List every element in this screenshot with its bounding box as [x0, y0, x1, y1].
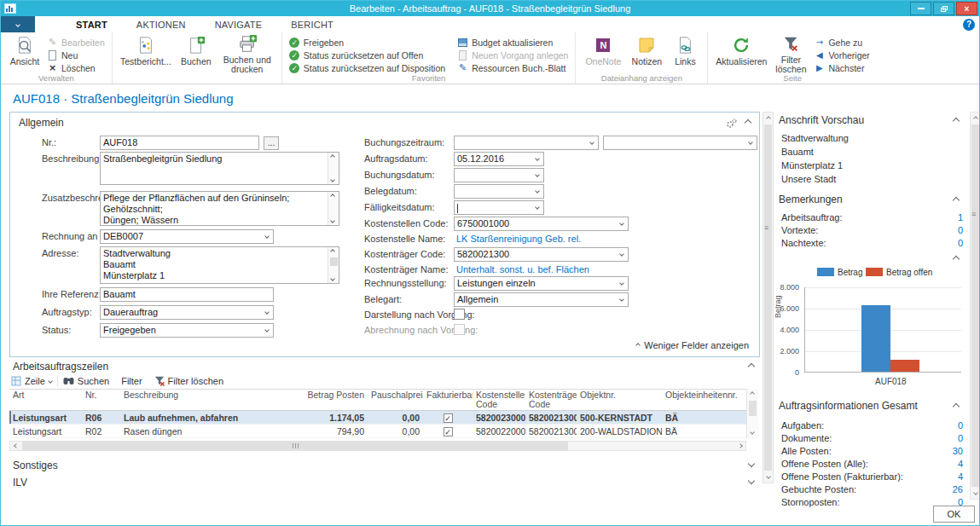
zusatzbeschreibung-textarea[interactable]: Pflege der Pflanzflächen auf den Grünins… [100, 191, 339, 226]
help-icon[interactable]: ? [963, 19, 975, 31]
scrollbar-thumb[interactable] [971, 124, 979, 487]
neu-button[interactable]: Neu [47, 49, 105, 61]
close-button[interactable]: × [956, 2, 977, 15]
status-disposition-button[interactable]: ✓Status zurücksetzen auf Disposition [289, 62, 445, 73]
scroll-down-button[interactable] [763, 471, 773, 482]
filter-button[interactable]: Filter [121, 376, 142, 386]
bemerkung-value[interactable]: 1 [929, 212, 963, 223]
fasttab-sonstiges-header[interactable]: Sonstiges [13, 460, 58, 471]
bearbeiten-button[interactable]: ✎Bearbeiten [47, 37, 105, 48]
loeschen-button[interactable]: ×Löschen [47, 62, 105, 73]
scrollbar-thumb[interactable] [764, 124, 772, 471]
factbox-auftragsinfo-header[interactable]: Auftragsinformationen Gesamt [779, 400, 918, 412]
scroll-up-button[interactable] [971, 113, 980, 124]
col-header-kostenstellen-code[interactable]: Kostenstellen Code [473, 390, 525, 410]
auftragsinfo-value[interactable]: 4 [929, 459, 963, 469]
scroll-down-button[interactable] [971, 488, 980, 498]
status-offen-button[interactable]: ✓Status zurücksetzen auf Offen [289, 49, 445, 61]
collapse-auftragsinfo-icon[interactable] [953, 403, 960, 410]
vorheriger-button[interactable]: ◀Vorheriger [814, 49, 869, 61]
kostentraeger-name-link[interactable]: Unterhalt. sonst. u. bef. Flächen [456, 264, 589, 275]
onenote-button[interactable]: N OneNote [583, 34, 623, 73]
auftragsinfo-value[interactable]: 30 [929, 446, 963, 456]
auftragsinfo-value[interactable]: 26 [929, 484, 963, 494]
nr-input[interactable]: AUF018 [100, 136, 259, 150]
ressourcen-buchblatt-button[interactable]: ✎Ressourcen Buch.-Blatt [457, 62, 568, 73]
notizen-button[interactable]: Notizen [629, 34, 664, 73]
aktualisieren-button[interactable]: Aktualisieren [715, 34, 768, 73]
freigeben-button[interactable]: ✓Freigeben [289, 37, 445, 48]
fasttab-ilv-header[interactable]: ILV [13, 477, 27, 488]
buchen-button[interactable]: Buchen [177, 34, 215, 73]
col-header-beschreibung[interactable]: Beschreibung [120, 390, 291, 410]
col-header-betrag-posten[interactable]: Betrag Posten [291, 390, 368, 410]
buchungszeitraum-select-2[interactable] [603, 136, 757, 150]
scrollbar-thumb[interactable] [22, 442, 568, 450]
tab-bericht[interactable]: BERICHT [291, 20, 333, 30]
bemerkung-value[interactable]: 0 [929, 225, 963, 235]
nr-assist-button[interactable]: ... [264, 136, 279, 150]
table-row[interactable]: Leistungsart R06 Laub aufnehmen, abfahre… [9, 411, 746, 425]
kostenstelle-name-link[interactable]: LK Starßenreinigung Geb. rel. [456, 234, 581, 244]
col-header-art[interactable]: Art [9, 390, 82, 410]
restore-button[interactable] [933, 2, 954, 15]
bemerkung-value[interactable]: 0 [929, 238, 963, 248]
referenz-input[interactable]: Bauamt [100, 287, 274, 302]
table-row[interactable]: Leistungsart R02 Rasen düngen 794,90 0,0… [9, 425, 746, 438]
darstellung-checkbox[interactable] [454, 309, 465, 320]
fakturierbar-checkbox[interactable]: ✓ [444, 413, 453, 423]
scroll-right-button[interactable] [734, 442, 745, 450]
col-header-fakturierbar[interactable]: Fakturierbar [423, 390, 473, 410]
beschreibung-scrollbar[interactable] [328, 153, 339, 184]
rechnung-an-select[interactable]: DEB0007 [100, 229, 274, 244]
buchen-und-drucken-button[interactable]: Buchen und drucken [220, 34, 275, 73]
budget-aktualisieren-button[interactable]: Budget aktualisieren [457, 37, 568, 48]
auftragsdatum-select[interactable]: 05.12.2016 [454, 152, 544, 166]
expand-sonstiges-icon[interactable] [748, 460, 755, 467]
auftragsinfo-value[interactable]: 0 [929, 433, 963, 443]
gehe-zu-button[interactable]: →Gehe zu [814, 37, 869, 48]
tab-start[interactable]: START [76, 20, 107, 30]
show-less-fields-link[interactable]: Weniger Felder anzeigen [636, 340, 749, 350]
buchungszeitraum-select-1[interactable] [454, 136, 599, 150]
col-header-pauschalpreis[interactable]: Pauschalpreis [368, 390, 423, 410]
col-header-objektnr[interactable]: Objektnr. [577, 390, 662, 410]
kostentraeger-code-select[interactable]: 5820021300 [454, 247, 629, 262]
kostenstellen-code-select[interactable]: 6750001000 [454, 217, 629, 231]
factbox-bemerkungen-header[interactable]: Bemerkungen [779, 194, 843, 205]
collapse-bemerkungen-icon[interactable] [953, 197, 960, 204]
scroll-up-button[interactable] [763, 113, 773, 124]
belegart-select[interactable]: Allgemein [454, 292, 629, 307]
auftragstyp-select[interactable]: Dauerauftrag [100, 305, 274, 320]
scroll-left-button[interactable] [10, 442, 21, 450]
auftragsinfo-value[interactable]: 0 [929, 420, 963, 431]
fasttab-arbeitsauftragszeilen-header[interactable]: Arbeitsauftragszeilen [13, 361, 108, 373]
sidebar-vertical-scrollbar[interactable]: ≡ [970, 112, 980, 500]
belegdatum-select[interactable] [454, 184, 544, 199]
fasttab-allgemein-header[interactable]: Allgemein [19, 117, 64, 129]
collapse-chart-icon[interactable] [953, 256, 960, 263]
rechnungsstellung-select[interactable]: Leistungen einzeln [454, 276, 629, 291]
col-header-nr[interactable]: Nr. [82, 390, 120, 410]
naechster-button[interactable]: ▶Nächster [814, 62, 869, 73]
tab-aktionen[interactable]: AKTIONEN [136, 20, 186, 30]
minimize-button[interactable] [910, 2, 931, 15]
grid-horizontal-scrollbar[interactable] [9, 441, 746, 451]
factbox-anschrift-header[interactable]: Anschrift Vorschau [779, 114, 864, 126]
collapse-allgemein-icon[interactable] [745, 119, 751, 126]
ok-button[interactable]: OK [933, 506, 975, 523]
col-header-kostentraeger-code[interactable]: Kostenträger Code [525, 390, 577, 410]
filter-loeschen-button[interactable]: Filter löschen [773, 34, 809, 73]
adresse-scrollbar[interactable] [328, 247, 339, 283]
fakturierbar-checkbox[interactable]: ✓ [444, 427, 453, 436]
expand-ilv-icon[interactable] [748, 477, 755, 484]
collapse-lines-icon[interactable] [748, 363, 755, 370]
auftragsinfo-value[interactable]: 4 [929, 471, 963, 482]
neuen-vorgang-button[interactable]: Neuen Vorgang anlegen [457, 49, 568, 61]
faelligkeitsdatum-select[interactable] [454, 200, 544, 215]
adresse-textarea[interactable]: Stadtverwaltung Bauamt Münsterplatz 1 [100, 246, 339, 284]
zusatzbeschreibung-scrollbar[interactable] [328, 192, 339, 225]
col-header-objekteinheitennr[interactable]: Objekteinheitennr. [662, 390, 746, 410]
tab-navigate[interactable]: NAVIGATE [215, 20, 263, 30]
suchen-button[interactable]: Suchen [63, 376, 109, 386]
